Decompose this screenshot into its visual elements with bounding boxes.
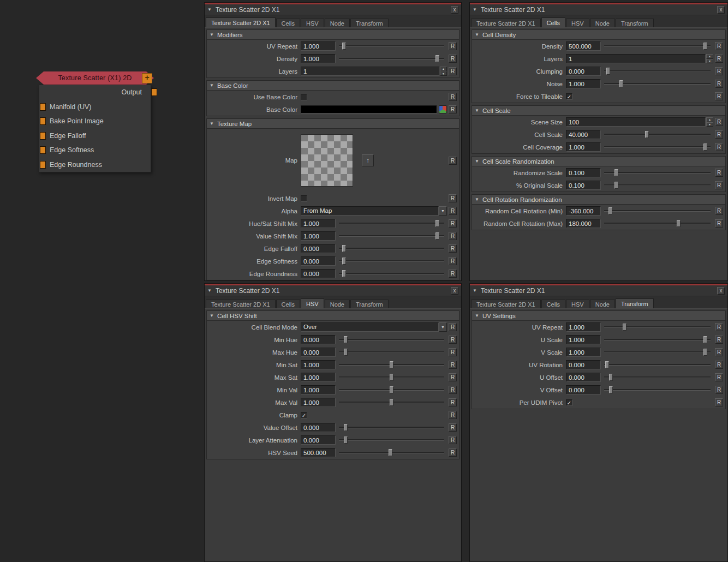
- node-header[interactable]: Texture Scatter (X1) 2D: [36, 71, 154, 85]
- slider-handle[interactable]: [389, 449, 392, 456]
- checkbox[interactable]: ✓: [566, 93, 572, 100]
- slider-handle[interactable]: [342, 43, 346, 50]
- reset-button[interactable]: R: [715, 118, 723, 126]
- dropdown-arrow-icon[interactable]: ▼: [439, 206, 447, 216]
- input-port[interactable]: [40, 117, 46, 125]
- tab-hsv[interactable]: HSV: [301, 298, 324, 308]
- reset-button[interactable]: R: [715, 386, 723, 394]
- slider[interactable]: [604, 348, 711, 357]
- slider[interactable]: [339, 373, 444, 382]
- value-field[interactable]: [301, 448, 336, 457]
- tab-node[interactable]: Node: [325, 19, 350, 27]
- slider[interactable]: [604, 181, 711, 190]
- tab-cells[interactable]: Cells: [276, 19, 300, 27]
- slider[interactable]: [339, 269, 444, 278]
- slider[interactable]: [339, 231, 444, 241]
- slider-handle[interactable]: [390, 386, 393, 393]
- section-header[interactable]: ▼Modifiers: [207, 30, 459, 40]
- reset-button[interactable]: R: [715, 373, 723, 381]
- texture-scatter-node[interactable]: Texture Scatter (X1) 2D+OutputManifold (…: [36, 71, 154, 172]
- color-swatch[interactable]: [301, 105, 437, 113]
- reset-button[interactable]: R: [449, 67, 457, 75]
- slider-handle[interactable]: [435, 232, 439, 240]
- tab-hsv[interactable]: HSV: [301, 19, 324, 27]
- value-field[interactable]: [301, 423, 336, 432]
- tab-transform[interactable]: Transform: [350, 19, 389, 27]
- slider-handle[interactable]: [390, 374, 393, 381]
- tab-cells[interactable]: Cells: [541, 300, 565, 308]
- value-field[interactable]: [566, 181, 601, 190]
- slider[interactable]: [604, 142, 711, 152]
- slider[interactable]: [339, 54, 444, 63]
- value-field[interactable]: [301, 231, 336, 241]
- slider[interactable]: [339, 385, 444, 394]
- slider[interactable]: [339, 219, 444, 228]
- value-field[interactable]: [301, 67, 439, 76]
- reset-button[interactable]: R: [715, 169, 723, 177]
- reset-button[interactable]: R: [449, 55, 457, 63]
- reset-button[interactable]: R: [449, 257, 457, 265]
- slider[interactable]: [604, 322, 711, 332]
- value-field[interactable]: [566, 79, 601, 88]
- close-button[interactable]: x: [451, 287, 458, 295]
- reset-button[interactable]: R: [715, 398, 723, 406]
- color-picker-icon[interactable]: [439, 105, 447, 113]
- slider[interactable]: [604, 219, 711, 228]
- dropdown[interactable]: From Map▼: [301, 206, 447, 216]
- checkbox[interactable]: ✓: [566, 399, 572, 406]
- panel-titlebar[interactable]: ▼Texture Scatter 2D X1x: [470, 4, 727, 15]
- section-header[interactable]: ▼Cell Scale Randomization: [472, 157, 725, 166]
- value-field[interactable]: [566, 54, 706, 63]
- value-field[interactable]: [301, 435, 336, 445]
- slider-handle[interactable]: [614, 169, 618, 176]
- section-header[interactable]: ▼Cell Rotation Randomization: [472, 195, 725, 205]
- slider[interactable]: [339, 448, 444, 457]
- value-field[interactable]: [566, 385, 601, 394]
- checkbox[interactable]: [301, 94, 307, 100]
- value-field[interactable]: [566, 206, 601, 216]
- slider-handle[interactable]: [645, 131, 649, 138]
- slider[interactable]: [339, 244, 444, 253]
- value-field[interactable]: [301, 335, 336, 344]
- slider[interactable]: [339, 41, 444, 51]
- reset-button[interactable]: R: [715, 67, 723, 75]
- reset-button[interactable]: R: [449, 348, 457, 356]
- panel-titlebar[interactable]: ▼Texture Scatter 2D X1x: [205, 4, 461, 15]
- reset-button[interactable]: R: [449, 207, 457, 215]
- slider-handle[interactable]: [390, 361, 393, 368]
- value-field[interactable]: [301, 348, 336, 357]
- reset-button[interactable]: R: [449, 244, 457, 253]
- reset-button[interactable]: R: [449, 157, 457, 165]
- reset-button[interactable]: R: [449, 373, 457, 381]
- reset-button[interactable]: R: [449, 42, 457, 50]
- value-field[interactable]: [301, 398, 336, 407]
- reset-button[interactable]: R: [449, 105, 457, 113]
- value-field[interactable]: [301, 244, 336, 253]
- tab-texture-scatter-2d-x1[interactable]: Texture Scatter 2D X1: [471, 300, 541, 308]
- panel-titlebar[interactable]: ▼Texture Scatter 2D X1x: [470, 285, 727, 296]
- step-down-icon[interactable]: ▼: [706, 122, 713, 127]
- input-port[interactable]: [40, 132, 46, 140]
- slider-handle[interactable]: [344, 437, 348, 444]
- slider[interactable]: [604, 41, 711, 51]
- close-button[interactable]: x: [451, 6, 458, 14]
- slider[interactable]: [604, 206, 711, 216]
- value-field[interactable]: [301, 54, 336, 63]
- slider[interactable]: [604, 373, 711, 382]
- stepper-control[interactable]: ▲▼: [706, 117, 713, 127]
- reset-button[interactable]: R: [449, 194, 457, 202]
- tab-hsv[interactable]: HSV: [566, 19, 589, 27]
- value-field[interactable]: [566, 335, 601, 344]
- reset-button[interactable]: R: [715, 55, 723, 63]
- value-field[interactable]: [566, 142, 601, 152]
- value-field[interactable]: [566, 360, 601, 369]
- tab-transform[interactable]: Transform: [616, 298, 654, 308]
- slider-handle[interactable]: [703, 349, 707, 356]
- checkbox[interactable]: ✓: [301, 412, 307, 418]
- step-up-icon[interactable]: ▲: [440, 67, 447, 71]
- slider-handle[interactable]: [390, 399, 393, 406]
- value-field[interactable]: [301, 385, 336, 394]
- reset-button[interactable]: R: [715, 336, 723, 344]
- tab-node[interactable]: Node: [325, 300, 350, 308]
- tab-cells[interactable]: Cells: [541, 17, 565, 27]
